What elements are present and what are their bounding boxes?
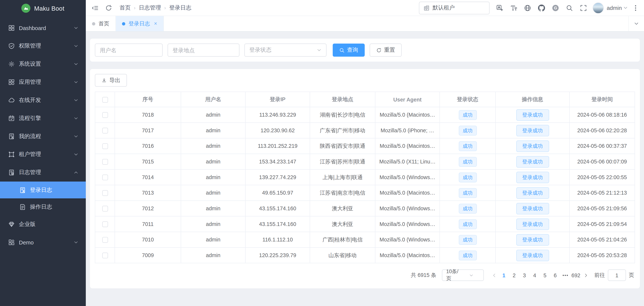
cell-login-location: 广西|桂林市|电信 [310,232,375,248]
goto-page-input[interactable] [608,269,626,281]
gitee-icon[interactable]: G [552,4,559,11]
row-checkbox[interactable] [102,128,108,134]
tab-close-icon[interactable]: × [154,21,157,27]
sidebar-item-workflow-engine[interactable]: 流程引擎 [0,109,86,127]
cell-login-status: 成功 [440,247,496,263]
row-checkbox[interactable] [102,143,108,149]
avatar[interactable] [593,2,604,13]
cell-login-time: 2024-05-05 20:53:28 [570,247,635,263]
row-checkbox[interactable] [102,253,108,258]
cell-user-agent: Mozilla/5.0 (Macintos… [375,138,440,154]
export-button[interactable]: 导出 [95,74,127,87]
operation-info-badge[interactable]: 登录成功 [516,140,549,152]
row-checkbox[interactable] [102,190,108,196]
sidebar-item-log[interactable]: 日志管理 [0,163,86,182]
total-count: 共 6915 条 [411,271,436,279]
page-button-1[interactable]: 1 [499,269,509,281]
column-header: 登录时间 [570,92,635,107]
sidebar-item-operation-log[interactable]: 操作日志 [0,198,86,215]
refresh-icon [376,47,382,53]
search-button[interactable]: 查询 [333,44,365,57]
operation-info-badge[interactable]: 登录成功 [516,156,549,167]
breadcrumb-home[interactable]: 首页 [120,4,130,12]
page-size-select[interactable]: 10条/页 [442,269,484,281]
checkbox-cell [95,138,115,154]
page-button-3[interactable]: 3 [519,269,530,281]
collapse-menu-icon[interactable] [92,4,98,11]
translate-icon[interactable] [496,4,503,11]
calendar-check-icon [8,115,15,121]
operation-info-badge[interactable]: 登录成功 [516,218,549,230]
tenant-select[interactable]: 默认租户 [419,2,490,14]
cell-login-ip: 113.246.93.229 [245,107,310,123]
row-checkbox[interactable] [102,237,108,243]
cell-login-ip: 120.230.90.62 [245,123,310,138]
cell-no: 7014 [115,169,181,185]
sidebar-item-online-dev[interactable]: 在线开发 [0,91,86,109]
kebab-menu-icon[interactable] [632,4,639,11]
operation-info-badge[interactable]: 登录成功 [516,187,549,199]
github-icon[interactable] [538,4,545,11]
sidebar-item-application[interactable]: 应用管理 [0,73,86,91]
operation-info-badge[interactable]: 登录成功 [516,234,549,245]
cell-login-ip: 43.155.174.160 [245,201,310,216]
sidebar-item-label: 我的流程 [19,133,74,140]
operation-info-badge[interactable]: 登录成功 [516,125,549,136]
cell-no: 7017 [115,123,181,138]
next-page-button[interactable] [581,269,590,281]
page-button-6[interactable]: 6 [550,269,560,281]
row-checkbox[interactable] [102,175,108,180]
operation-info-badge[interactable]: 登录成功 [516,249,549,261]
cell-login-location: 澳大利亚 [310,201,375,216]
app-title: Maku Boot [34,5,64,12]
login-status-select[interactable]: 登录状态 [244,44,327,57]
reset-button[interactable]: 重置 [370,44,402,57]
tab-overflow-button[interactable] [628,16,644,31]
globe-icon[interactable] [524,4,531,11]
sidebar-item-login-log[interactable]: 登录日志 [0,182,86,198]
user-name[interactable]: admin [607,5,622,11]
fullscreen-icon[interactable] [580,4,587,11]
row-checkbox[interactable] [102,112,108,118]
page-button-4[interactable]: 4 [530,269,540,281]
page-button-692[interactable]: 692 [570,269,581,281]
tab-login-log[interactable]: 登录日志 × [116,16,164,31]
cell-username: admin [181,185,245,201]
cell-username: admin [181,138,245,154]
operation-info-badge[interactable]: 登录成功 [516,109,549,121]
row-checkbox[interactable] [102,206,108,212]
login-location-input[interactable] [168,44,240,57]
tab-home[interactable]: 首页 [86,16,116,31]
select-all-checkbox[interactable] [102,97,108,103]
operation-info-badge[interactable]: 登录成功 [516,171,549,183]
cell-user-agent: Mozilla/5.0 (Windows… [375,201,440,216]
sidebar-item-system-settings[interactable]: 系统设置 [0,55,86,73]
cell-login-status: 成功 [440,169,496,185]
sidebar-item-demo[interactable]: Demo [0,233,86,251]
more-pages-button[interactable]: ••• [560,273,570,278]
shield-check-icon [8,43,15,49]
search-icon[interactable] [566,4,573,11]
sidebar-item-dashboard[interactable]: Dashboard [0,19,86,37]
prev-page-button[interactable] [490,269,498,281]
sidebar-item-my-workflow[interactable]: 我的流程 [0,127,86,145]
cell-no: 7011 [115,216,181,232]
breadcrumb-log[interactable]: 日志管理 [139,4,161,12]
chevron-down-icon [74,152,78,157]
cell-login-status: 成功 [440,123,496,138]
username-input[interactable] [95,44,162,57]
page-button-5[interactable]: 5 [540,269,550,281]
refresh-page-icon[interactable] [105,4,112,11]
page-button-2[interactable]: 2 [509,269,519,281]
chevron-down-icon[interactable] [623,6,628,10]
cell-operation-info: 登录成功 [496,107,570,123]
sidebar-item-permission[interactable]: 权限管理 [0,37,86,55]
row-checkbox[interactable] [102,159,108,165]
sidebar-item-enterprise[interactable]: 企业版 [0,215,86,233]
operation-info-badge[interactable]: 登录成功 [516,203,549,214]
sidebar-item-tenant[interactable]: 租户管理 [0,145,86,163]
chevron-up-icon [74,170,78,175]
cell-login-time: 2024-05-06 00:07:09 [570,154,635,169]
font-size-icon[interactable] [510,4,517,11]
row-checkbox[interactable] [102,221,108,227]
